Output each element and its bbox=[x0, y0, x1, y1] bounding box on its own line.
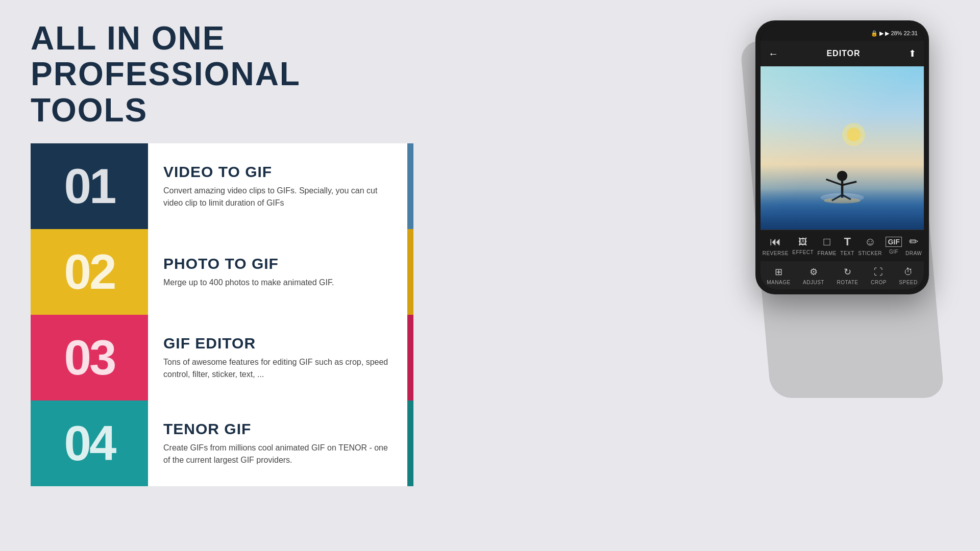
crop-tool[interactable]: ⛶ CROP bbox=[871, 267, 887, 285]
draw-icon: ✏ bbox=[909, 235, 918, 248]
text-icon: T bbox=[844, 235, 850, 248]
speed-tool[interactable]: ⏱ SPEED bbox=[899, 267, 917, 285]
feature-item-4: 04 TENOR GIF Create GIFs from millions c… bbox=[31, 400, 413, 486]
feature-number-box-1: 01 bbox=[31, 143, 148, 229]
feature-accent-1 bbox=[407, 143, 413, 229]
adjust-tool[interactable]: ⚙ ADJUST bbox=[803, 266, 824, 285]
rotate-icon: ↻ bbox=[844, 266, 851, 278]
feature-title-2: PHOTO TO GIF bbox=[163, 255, 392, 272]
toolbar-2: ⊞ MANAGE ⚙ ADJUST ↻ ROTATE ⛶ CROP ⏱ SP bbox=[761, 261, 924, 289]
adjust-icon: ⚙ bbox=[810, 266, 818, 278]
back-button[interactable]: ← bbox=[768, 48, 778, 60]
svg-point-3 bbox=[837, 171, 847, 181]
feature-content-4: TENOR GIF Create GIFs from millions cool… bbox=[148, 400, 407, 486]
feature-title-4: TENOR GIF bbox=[163, 420, 392, 438]
feature-desc-1: Convert amazing video clips to GIFs. Spe… bbox=[163, 185, 392, 209]
manage-tool[interactable]: ⊞ MANAGE bbox=[767, 266, 790, 285]
feature-content-3: GIF EDITOR Tons of awesome features for … bbox=[148, 315, 407, 400]
phone-outer: 🔒 ▶ ▶ 28% 22:31 ← EDITOR ⬆ bbox=[755, 20, 929, 294]
effect-label: EFFECT bbox=[792, 249, 814, 255]
rotate-label: ROTATE bbox=[837, 280, 858, 285]
text-tool[interactable]: T TEXT bbox=[840, 235, 854, 256]
gif-label: GIF bbox=[889, 249, 898, 255]
feature-accent-3 bbox=[407, 315, 413, 400]
frame-label: FRAME bbox=[818, 251, 837, 256]
crop-label: CROP bbox=[871, 280, 887, 285]
reverse-icon: ⏮ bbox=[770, 235, 781, 248]
app-header: ← EDITOR ⬆ bbox=[761, 41, 924, 66]
page-title: ALL IN ONE PROFESSIONAL TOOLS bbox=[31, 20, 413, 128]
reverse-label: REVERSE bbox=[763, 251, 789, 256]
manage-icon: ⊞ bbox=[775, 266, 782, 278]
feature-number-box-2: 02 bbox=[31, 229, 148, 315]
feature-title-3: GIF EDITOR bbox=[163, 335, 392, 352]
text-label: TEXT bbox=[840, 251, 854, 256]
speed-icon: ⏱ bbox=[904, 267, 913, 278]
feature-number-2: 02 bbox=[64, 244, 115, 300]
feature-item-1: 01 VIDEO TO GIF Convert amazing video cl… bbox=[31, 143, 413, 229]
phone-screen: 🔒 ▶ ▶ 28% 22:31 ← EDITOR ⬆ bbox=[761, 26, 924, 289]
features-list: 01 VIDEO TO GIF Convert amazing video cl… bbox=[31, 143, 413, 486]
status-icons: 🔒 ▶ ▶ 28% 22:31 bbox=[871, 30, 918, 37]
feature-number-1: 01 bbox=[64, 158, 115, 214]
feature-title-1: VIDEO TO GIF bbox=[163, 163, 392, 181]
svg-point-9 bbox=[847, 128, 861, 141]
feature-content-1: VIDEO TO GIF Convert amazing video clips… bbox=[148, 143, 407, 229]
effect-tool[interactable]: 🖼 EFFECT bbox=[792, 237, 814, 255]
gif-icon: GIF bbox=[886, 237, 901, 247]
status-bar: 🔒 ▶ ▶ 28% 22:31 bbox=[761, 26, 924, 41]
feature-number-box-3: 03 bbox=[31, 315, 148, 400]
speed-label: SPEED bbox=[899, 280, 917, 285]
feature-item-3: 03 GIF EDITOR Tons of awesome features f… bbox=[31, 315, 413, 400]
phone-image-area bbox=[761, 66, 924, 230]
editor-title: EDITOR bbox=[826, 49, 860, 58]
sticker-icon: ☺ bbox=[864, 235, 875, 248]
toolbar-1: ⏮ REVERSE 🖼 EFFECT □ FRAME T TEXT ☺ S bbox=[761, 230, 924, 261]
upload-button[interactable]: ⬆ bbox=[909, 48, 916, 59]
feature-content-2: PHOTO TO GIF Merge up to 400 photos to m… bbox=[148, 229, 407, 315]
feature-desc-2: Merge up to 400 photos to make animated … bbox=[163, 277, 392, 289]
draw-tool[interactable]: ✏ DRAW bbox=[905, 235, 922, 256]
feature-number-4: 04 bbox=[64, 415, 115, 471]
feature-desc-4: Create GIFs from millions cool animated … bbox=[163, 442, 392, 466]
draw-label: DRAW bbox=[905, 251, 922, 256]
frame-icon: □ bbox=[824, 235, 830, 248]
crop-icon: ⛶ bbox=[874, 267, 883, 278]
gif-tool[interactable]: GIF GIF bbox=[886, 237, 901, 255]
sticker-tool[interactable]: ☺ STICKER bbox=[858, 235, 882, 256]
phone-mockup: 🔒 ▶ ▶ 28% 22:31 ← EDITOR ⬆ bbox=[735, 20, 949, 294]
reverse-tool[interactable]: ⏮ REVERSE bbox=[763, 235, 789, 256]
sticker-label: STICKER bbox=[858, 251, 882, 256]
adjust-label: ADJUST bbox=[803, 280, 824, 285]
feature-desc-3: Tons of awesome features for editing GIF… bbox=[163, 356, 392, 381]
feature-number-3: 03 bbox=[64, 330, 115, 386]
feature-accent-4 bbox=[407, 400, 413, 486]
feature-item-2: 02 PHOTO TO GIF Merge up to 400 photos t… bbox=[31, 229, 413, 315]
svg-line-5 bbox=[842, 182, 856, 185]
feature-accent-2 bbox=[407, 229, 413, 315]
manage-label: MANAGE bbox=[767, 280, 790, 285]
rotate-tool[interactable]: ↻ ROTATE bbox=[837, 266, 858, 285]
feature-number-box-4: 04 bbox=[31, 400, 148, 486]
frame-tool[interactable]: □ FRAME bbox=[818, 235, 837, 256]
effect-icon: 🖼 bbox=[798, 237, 807, 247]
